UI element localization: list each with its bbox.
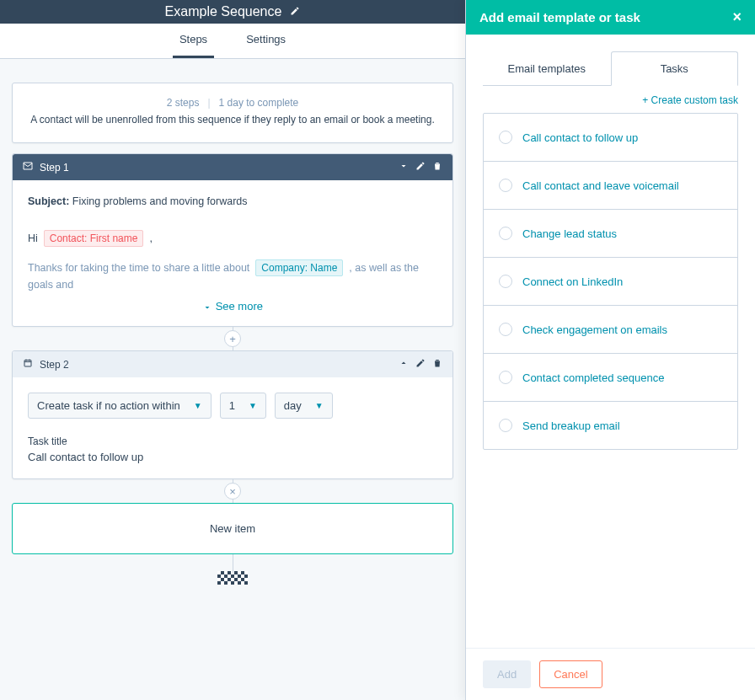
- step-2-header: Step 2: [13, 351, 452, 377]
- delete-step2-icon[interactable]: [432, 358, 442, 371]
- subject-label: Subject:: [28, 195, 69, 207]
- task-option[interactable]: Call contact to follow up: [484, 114, 737, 162]
- task-title-label: Task title: [28, 435, 437, 447]
- task-title-value: Call contact to follow up: [28, 451, 437, 470]
- email-body-preview: Thanks for taking the time to share a li…: [28, 259, 437, 293]
- trigger-select[interactable]: Create task if no action within ▼: [28, 393, 212, 419]
- step-1-label: Step 1: [40, 162, 69, 174]
- subject-value: Fixing problems and moving forwards: [72, 195, 248, 207]
- edit-step2-icon[interactable]: [415, 358, 426, 371]
- step-2-label: Step 2: [40, 359, 69, 371]
- new-item-button[interactable]: New item: [12, 503, 453, 554]
- edit-step-icon[interactable]: [415, 161, 426, 174]
- task-option[interactable]: Connect on LinkedIn: [484, 258, 737, 306]
- email-icon: [23, 161, 33, 174]
- task-option-label: Call contact and leave voicemail: [522, 179, 679, 192]
- step-count: 2 steps: [167, 97, 200, 109]
- remove-connector-button[interactable]: ×: [224, 483, 241, 500]
- radio-icon: [499, 275, 512, 288]
- task-list: Call contact to follow up Call contact a…: [483, 113, 738, 450]
- radio-icon: [499, 419, 512, 432]
- radio-icon: [499, 227, 512, 240]
- task-option[interactable]: Send breakup email: [484, 402, 737, 449]
- radio-icon: [499, 371, 512, 384]
- close-panel-icon[interactable]: ×: [732, 8, 742, 26]
- step-1-card: Step 1 Subject: Fixing problems and movi…: [12, 153, 453, 327]
- connector-1: +: [12, 327, 453, 350]
- step-2-body: Create task if no action within ▼ 1 ▼ da…: [13, 377, 452, 478]
- create-custom-task-link[interactable]: + Create custom task: [466, 86, 755, 113]
- cancel-button[interactable]: Cancel: [539, 660, 602, 688]
- finish-flag: [12, 571, 453, 587]
- collapse-icon[interactable]: [399, 161, 409, 174]
- see-more-text: See more: [216, 300, 263, 313]
- greeting-prefix: Hi: [28, 232, 38, 244]
- panel-tab-bar: Email templates Tasks: [483, 51, 738, 86]
- app-header: Example Sequence: [0, 0, 465, 24]
- task-icon: [23, 358, 33, 371]
- sequence-title: Example Sequence: [165, 4, 282, 19]
- summary-card: 2 steps | 1 day to complete A contact wi…: [12, 83, 453, 143]
- panel-title: Add email template or task: [479, 10, 640, 24]
- unit-select-label: day: [284, 399, 302, 412]
- add-step-button[interactable]: +: [224, 330, 241, 347]
- duration-text: 1 day to complete: [219, 97, 299, 109]
- add-button[interactable]: Add: [483, 660, 531, 688]
- see-more-link[interactable]: See more: [28, 293, 437, 318]
- task-option-label: Send breakup email: [522, 419, 620, 432]
- panel-footer: Add Cancel: [466, 648, 755, 700]
- panel-header: Add email template or task ×: [466, 0, 755, 35]
- trigger-select-label: Create task if no action within: [37, 399, 180, 412]
- panel-tab-templates[interactable]: Email templates: [483, 51, 611, 85]
- task-option[interactable]: Call contact and leave voicemail: [484, 162, 737, 210]
- task-option[interactable]: Contact completed sequence: [484, 354, 737, 402]
- radio-icon: [499, 179, 512, 192]
- number-select-label: 1: [229, 399, 235, 412]
- task-option[interactable]: Change lead status: [484, 210, 737, 258]
- greeting-suffix: ,: [149, 232, 152, 244]
- contact-firstname-token[interactable]: Contact: First name: [44, 230, 144, 247]
- add-step-panel: Add email template or task × Email templ…: [465, 0, 755, 700]
- step-1-body: Subject: Fixing problems and moving forw…: [13, 180, 452, 326]
- task-option[interactable]: Check engagement on emails: [484, 306, 737, 354]
- task-trigger-row: Create task if no action within ▼ 1 ▼ da…: [28, 393, 437, 419]
- step-2-card: Step 2 Create task if no action within ▼: [12, 350, 453, 479]
- task-option-label: Contact completed sequence: [522, 371, 664, 384]
- body-prefix: Thanks for taking the time to share a li…: [28, 262, 249, 274]
- unit-select[interactable]: day ▼: [275, 393, 333, 419]
- connector-2: ×: [12, 479, 453, 503]
- delete-step-icon[interactable]: [432, 161, 442, 174]
- task-option-label: Change lead status: [522, 227, 617, 240]
- new-item-label: New item: [210, 522, 255, 535]
- tab-steps[interactable]: Steps: [173, 23, 214, 58]
- task-option-label: Check engagement on emails: [522, 323, 667, 336]
- main-tab-bar: Steps Settings: [0, 24, 465, 59]
- chevron-down-icon: ▼: [249, 401, 257, 410]
- radio-icon: [499, 131, 512, 144]
- radio-icon: [499, 323, 512, 336]
- panel-tab-tasks[interactable]: Tasks: [611, 51, 739, 86]
- company-name-token[interactable]: Company: Name: [255, 259, 343, 276]
- task-option-label: Connect on LinkedIn: [522, 275, 623, 288]
- edit-title-icon[interactable]: [290, 4, 300, 19]
- step-1-header: Step 1: [13, 154, 452, 180]
- content-area: 2 steps | 1 day to complete A contact wi…: [0, 59, 465, 596]
- checkered-flag-icon: [217, 571, 248, 585]
- expand-icon[interactable]: [399, 358, 409, 371]
- main-sequence-editor: Example Sequence Steps Settings 2 steps …: [0, 0, 465, 700]
- connector-end: [12, 554, 453, 573]
- chevron-down-icon: ▼: [315, 401, 324, 410]
- number-select[interactable]: 1 ▼: [220, 393, 266, 419]
- svg-rect-0: [24, 361, 31, 367]
- unenroll-text: A contact will be unenrolled from this s…: [29, 114, 436, 126]
- chevron-down-icon: ▼: [194, 401, 202, 410]
- tab-settings[interactable]: Settings: [239, 23, 292, 58]
- summary-separator: |: [207, 97, 210, 109]
- task-option-label: Call contact to follow up: [522, 131, 638, 144]
